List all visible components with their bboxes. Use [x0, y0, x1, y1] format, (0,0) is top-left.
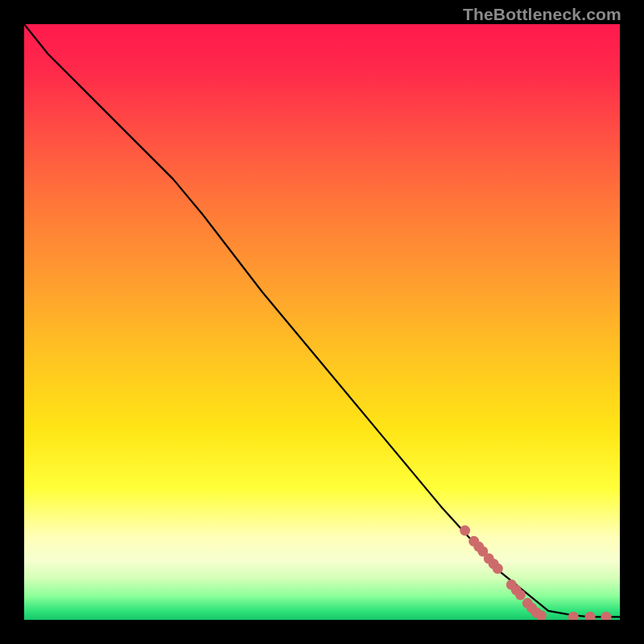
main-curve — [24, 24, 620, 617]
watermark-text: TheBottleneck.com — [463, 5, 621, 24]
data-point — [460, 526, 470, 536]
data-point — [568, 612, 579, 620]
data-point — [493, 564, 503, 574]
chart-overlay — [24, 24, 620, 620]
data-point — [601, 612, 611, 620]
marker-group — [460, 526, 611, 621]
chart-frame: TheBottleneck.com — [0, 0, 644, 644]
data-point — [585, 612, 596, 620]
data-point — [515, 589, 526, 600]
